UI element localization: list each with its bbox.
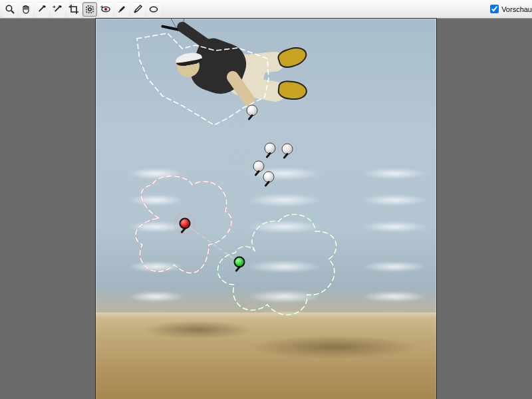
crop-tool[interactable]: + [66,2,81,17]
sample-ring [249,233,261,245]
heal-pin[interactable] [253,161,265,172]
eyedropper-icon [37,4,47,15]
spot-heal-tool[interactable] [82,2,97,17]
heal-rect-icon [84,4,95,15]
sample-ring [221,209,233,221]
heal-pin[interactable] [282,144,293,155]
redeye-tool[interactable]: + [98,2,113,17]
brush-icon [116,4,127,15]
heal-pin[interactable] [265,143,276,154]
clone-source-pin[interactable] [180,218,191,229]
top-toolbar: +++ Vorschau [0,0,532,19]
zoom-tool[interactable] [3,2,17,17]
sample-ring [236,130,248,142]
preview-toggle[interactable]: Vorschau [490,5,532,13]
wave [96,192,436,209]
eraser-tool[interactable] [146,2,161,17]
brush2-icon [132,4,143,15]
preview-label: Vorschau [501,5,532,13]
svg-rect-2 [86,6,93,13]
workspace [0,19,532,399]
sample-ring [232,118,244,130]
svg-line-1 [11,11,14,13]
pin-handle-icon [180,227,186,234]
sample-ring [244,142,256,154]
brush-tool[interactable] [114,2,129,17]
sample-ring [259,209,271,221]
preview-checkbox[interactable] [490,5,499,13]
pan-tool[interactable] [19,2,33,17]
wave [96,258,436,275]
clone-stamp-tool[interactable] [130,2,145,17]
beach-area [96,313,436,399]
svg-point-7 [134,11,136,13]
clone-dest-pin[interactable] [234,257,245,268]
svg-point-0 [6,5,11,11]
svg-point-6 [105,9,106,10]
oval-icon [148,4,159,15]
magnifier-icon [5,4,15,15]
svg-point-3 [88,7,92,11]
kite-surfer [136,19,289,148]
color-picker[interactable] [35,2,49,17]
hand-icon [21,4,31,15]
sample-ring [229,152,241,164]
heal-pin[interactable] [247,105,258,116]
sample-ring [233,228,245,240]
color-picker-plus[interactable]: + [51,2,65,17]
wave [96,288,436,305]
image-canvas[interactable] [96,19,436,399]
heal-pin[interactable] [263,172,275,183]
tools-group: +++ [3,2,162,17]
svg-point-8 [150,7,158,12]
